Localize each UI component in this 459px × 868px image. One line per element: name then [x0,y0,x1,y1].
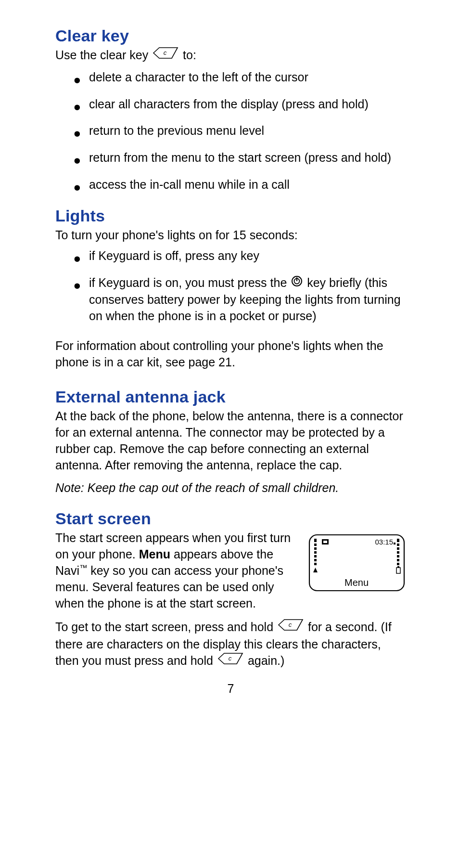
svg-rect-23 [323,541,327,543]
svg-rect-13 [397,539,399,542]
lights-intro: To turn your phone's lights on for 15 se… [55,227,406,244]
phone-display-illustration: 03:15 Menu [307,532,406,594]
clear-key-icon: c [278,619,304,635]
svg-rect-14 [397,544,399,546]
phone-time-text: 03:15 [375,538,393,546]
lights-bullets: if Keyguard is off, press any key if Key… [55,248,406,324]
svg-rect-24 [394,543,395,544]
heading-start-screen: Start screen [55,509,406,528]
clear-key-icon: c [153,47,178,64]
power-key-icon [291,275,303,291]
phone-softkey-text: Menu [344,577,369,588]
svg-rect-15 [397,547,399,550]
svg-text:c: c [289,621,292,628]
lights-para: For information about controlling your p… [55,338,406,371]
svg-rect-9 [314,555,317,557]
list-item: if Keyguard is on, you must press the ke… [75,275,406,324]
clear-key-bullets: delete a character to the left of the cu… [55,69,406,193]
svg-rect-19 [397,563,399,565]
start-screen-para2: To get to the start screen, press and ho… [55,619,406,670]
svg-rect-17 [397,555,399,557]
heading-antenna: External antenna jack [55,388,406,406]
svg-rect-7 [314,547,317,550]
list-item: clear all characters from the display (p… [75,96,406,113]
list-item: delete a character to the left of the cu… [75,69,406,86]
list-item: return to the previous menu level [75,123,406,139]
list-item: if Keyguard is off, press any key [75,248,406,264]
svg-rect-10 [314,559,317,561]
heading-clear-key: Clear key [55,26,406,45]
svg-rect-11 [314,563,317,565]
antenna-note: Note: Keep the cap out of the reach of s… [55,481,406,495]
antenna-para: At the back of the phone, below the ante… [55,408,406,473]
clear-key-icon: c [217,652,243,669]
heading-lights: Lights [55,207,406,225]
list-item: return from the menu to the start screen… [75,150,406,166]
manual-page: Clear key Use the clear key c to: delete… [0,0,459,715]
svg-text:c: c [229,655,232,662]
svg-rect-21 [397,566,399,568]
svg-rect-5 [314,539,317,542]
clear-key-intro: Use the clear key c to: [55,47,406,65]
svg-rect-16 [397,551,399,554]
svg-rect-6 [314,544,317,546]
svg-rect-18 [397,559,399,561]
page-number: 7 [55,682,406,696]
list-item: access the in-call menu while in a call [75,177,406,193]
svg-rect-8 [314,551,317,554]
svg-text:c: c [164,49,167,56]
